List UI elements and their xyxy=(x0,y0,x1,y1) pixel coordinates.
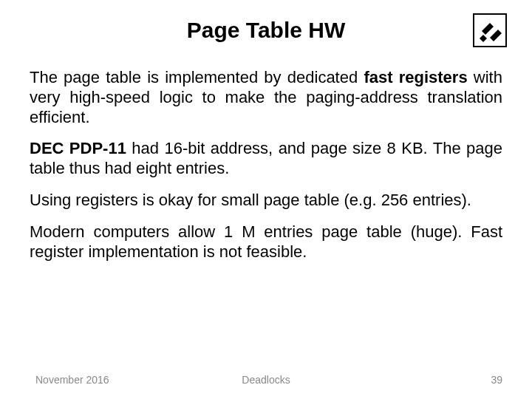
paragraph-3: Using registers is okay for small page t… xyxy=(30,191,502,211)
technion-logo-icon xyxy=(473,13,507,47)
footer-date: November 2016 xyxy=(35,374,109,386)
paragraph-4: Modern computers allow 1 M entries page … xyxy=(30,222,502,262)
slide-header: Page Table HW xyxy=(30,18,502,43)
slide: Page Table HW The page table is implemen… xyxy=(0,0,532,399)
bold-text: DEC PDP-11 xyxy=(30,139,126,157)
paragraph-1: The page table is implemented by dedicat… xyxy=(30,68,502,127)
slide-body: The page table is implemented by dedicat… xyxy=(30,68,502,262)
bold-text: fast registers xyxy=(364,68,467,86)
text: The page table is implemented by dedicat… xyxy=(30,68,364,86)
footer-page-number: 39 xyxy=(491,374,502,386)
footer-topic: Deadlocks xyxy=(242,374,290,386)
slide-title: Page Table HW xyxy=(187,18,345,43)
slide-footer: November 2016 Deadlocks 39 xyxy=(0,374,532,386)
paragraph-2: DEC PDP-11 had 16-bit address, and page … xyxy=(30,139,502,179)
